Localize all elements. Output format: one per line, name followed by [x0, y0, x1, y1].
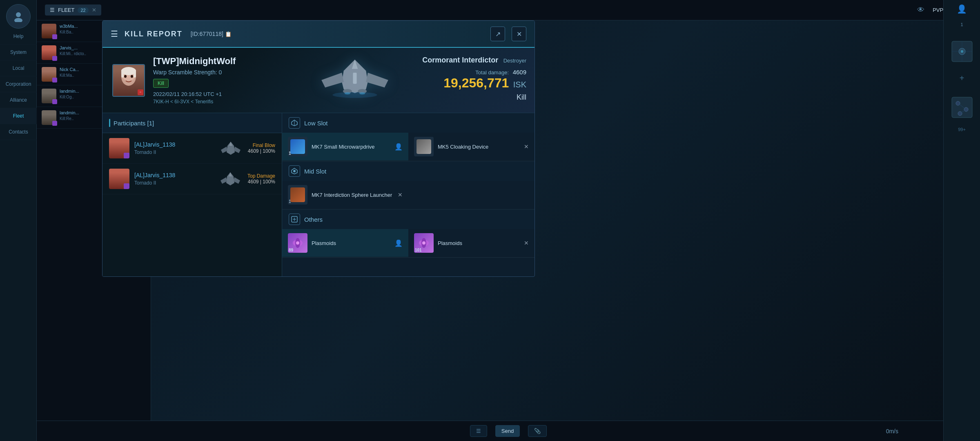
cloaking-remove[interactable]: ✕ [524, 143, 529, 150]
modal-close-button[interactable]: ✕ [512, 27, 526, 41]
svg-marker-25 [220, 177, 227, 184]
svg-point-18 [332, 92, 377, 98]
plasmoid-person-icon: 👤 [394, 239, 403, 247]
chat-avatar-1 [42, 24, 56, 38]
fleet-tab[interactable]: ☰ FLEET 22 ✕ [45, 4, 101, 16]
chat-avatar-2 [42, 45, 56, 60]
mid-slot-icon [289, 165, 300, 177]
others-item-2: 101 Plasmoids ✕ [408, 229, 535, 257]
participant-name-1: [AL]Jarvis_1138 [134, 141, 214, 148]
plasmoid-name-1: Plasmoids [312, 240, 390, 246]
launcher-remove[interactable]: ✕ [398, 192, 403, 198]
chat-avatar-5 [42, 110, 56, 125]
svg-point-36 [296, 241, 299, 245]
low-slot-header: Low Slot [282, 113, 535, 133]
kill-report-modal: ☰ KILL REPORT [ID:6770118] 📋 ↗ ✕ [102, 20, 535, 277]
right-icon-1[interactable]: 👤 [957, 4, 967, 14]
mid-slot-item-1: 1 MK7 Interdiction Sphere Launcher ✕ [282, 181, 408, 209]
hero-avatar-badge: − [138, 89, 143, 95]
pvp-eye-icon: 👁 [917, 6, 924, 14]
modal-id: [ID:6770118] 📋 [191, 31, 232, 37]
others-name: Others [304, 216, 323, 223]
plasmoid-remove[interactable]: ✕ [524, 240, 529, 246]
modal-hero: − [TWP]MidnightWolf Warp Scramble Streng… [102, 48, 535, 113]
others-section: Others 89 [282, 209, 535, 258]
mid-slot-header: Mid Slot [282, 161, 535, 181]
right-panel: 👤 1 + 99+ [943, 0, 980, 441]
fleet-tab-count: 22 [78, 7, 88, 13]
low-slot-section: Low Slot 1 MK7 Small Microwarpdrive 👤 [282, 113, 535, 161]
svg-marker-12 [366, 73, 388, 87]
hero-avatar: − [112, 64, 145, 97]
send-button[interactable]: Send [495, 425, 520, 437]
participants-line [109, 119, 110, 127]
modal-header: ☰ KILL REPORT [ID:6770118] 📋 ↗ ✕ [102, 21, 535, 48]
participant-row-1: [AL]Jarvis_1138 Tornado II Final Blo [102, 133, 282, 164]
outcome-label: Kill [422, 93, 526, 102]
participants-header: Participants [1] [102, 113, 282, 133]
participants-title: Participants [1] [114, 120, 154, 127]
pvp-label: PVP [933, 7, 943, 13]
others-items: 89 Plasmoids 👤 [282, 229, 535, 257]
send-label: Send [501, 428, 514, 434]
total-damage-label: Total damage: 4609 [422, 69, 526, 76]
bottom-menu-btn[interactable]: ☰ [470, 425, 487, 437]
svg-point-39 [422, 241, 425, 245]
modal-copy-icon[interactable]: 📋 [225, 31, 232, 37]
ship-type: Destroyer [503, 58, 526, 64]
participant-ship-icon-2 [218, 170, 243, 188]
nav-alliance[interactable]: Alliance [0, 92, 37, 108]
participant-avatar-2 [109, 169, 129, 189]
bottom-bar: ☰ Send 📎 0m/s [37, 421, 980, 441]
svg-marker-21 [221, 147, 227, 153]
plasmoid-icon-2: 101 [414, 233, 434, 253]
nav-fleet[interactable]: Fleet [0, 108, 37, 124]
fleet-tab-close[interactable]: ✕ [92, 7, 96, 13]
nav-local[interactable]: Local [0, 60, 37, 76]
bottom-attach-btn[interactable]: 📎 [528, 425, 547, 437]
right-map-2[interactable] [950, 95, 974, 121]
modal-export-button[interactable]: ↗ [490, 27, 505, 41]
modal-title: KILL REPORT [125, 30, 183, 38]
nav-help[interactable]: Help [0, 29, 37, 45]
participant-info-1: [AL]Jarvis_1138 Tornado II [134, 141, 214, 155]
ship-name-display: Cormorant Interdictor Destroyer [422, 56, 526, 65]
mwd-icon: 1 [288, 137, 307, 156]
right-count: 1 [960, 22, 963, 27]
right-map-1[interactable] [950, 39, 974, 65]
right-add-btn[interactable]: + [960, 74, 964, 83]
nav-contacts[interactable]: Contacts [0, 124, 37, 140]
participant-stats-1: Final Blow 4609 | 100% [248, 143, 275, 154]
launcher-icon: 1 [288, 185, 307, 205]
svg-rect-5 [121, 69, 124, 78]
others-item-1: 89 Plasmoids 👤 [282, 229, 408, 257]
cloaking-icon [414, 137, 434, 156]
modal-menu-icon[interactable]: ☰ [111, 29, 118, 39]
isk-value: 19,256,771 [443, 76, 509, 90]
participant-row-2: [AL]Jarvis_1138 Tornado II Top Damag [102, 164, 282, 194]
launcher-name: MK7 Interdiction Sphere Launcher [312, 192, 394, 198]
right-percent: 99+ [958, 127, 966, 132]
svg-marker-11 [321, 73, 344, 87]
modal-body: Participants [1] [AL]Jarvis_1138 Tornado… [102, 113, 535, 276]
hero-ship [314, 52, 396, 101]
bottom-menu-icon: ☰ [476, 428, 481, 434]
nav-corporation[interactable]: Corporation [0, 76, 37, 92]
low-slot-item-2: MK5 Cloaking Device ✕ [408, 133, 535, 161]
others-icon [289, 214, 300, 225]
mid-slot-name: Mid Slot [304, 168, 326, 175]
svg-point-8 [131, 75, 133, 78]
plasmoid-name-2: Plasmoids [438, 240, 520, 246]
participant-ship-2: Tornado II [134, 180, 213, 186]
modal-id-text: [ID:6770118] [191, 31, 223, 37]
nav-system[interactable]: System [0, 45, 37, 60]
svg-point-7 [124, 75, 127, 78]
speed-display: 0m/s [886, 428, 898, 434]
svg-marker-22 [234, 147, 241, 153]
participant-info-2: [AL]Jarvis_1138 Tornado II [134, 172, 213, 186]
equipment-panel: Low Slot 1 MK7 Small Microwarpdrive 👤 [282, 113, 535, 276]
participant-ship-icon-1 [218, 139, 243, 157]
low-slot-items: 1 MK7 Small Microwarpdrive 👤 MK5 Cloakin… [282, 133, 535, 161]
isk-label: ISK [513, 80, 526, 89]
svg-point-30 [293, 170, 296, 172]
